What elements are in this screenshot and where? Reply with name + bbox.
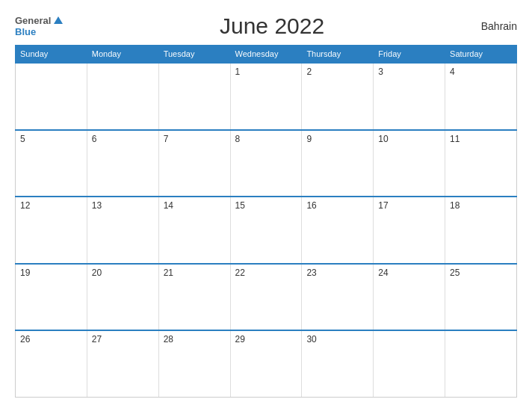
day-cell: 2 <box>302 63 374 130</box>
day-cell: 8 <box>230 130 302 197</box>
day-cell <box>87 63 158 130</box>
day-cell: 17 <box>374 197 445 264</box>
day-cell: 25 <box>445 264 517 331</box>
calendar-title: June 2022 <box>220 13 324 39</box>
logo-general-text: General <box>15 15 51 26</box>
day-cell: 18 <box>445 197 517 264</box>
logo-triangle-icon <box>54 16 63 24</box>
header-tuesday: Tuesday <box>158 46 230 64</box>
header-sunday: Sunday <box>16 46 87 64</box>
day-cell: 30 <box>302 330 374 398</box>
table-row: 12 13 14 15 16 17 18 <box>16 197 517 264</box>
calendar-header: General Blue June 2022 Bahrain <box>15 13 517 39</box>
day-cell: 4 <box>445 63 517 130</box>
day-cell: 21 <box>158 264 230 331</box>
table-row: 5 6 7 8 9 10 11 <box>16 130 517 197</box>
day-cell: 3 <box>374 63 445 130</box>
day-cell: 12 <box>16 197 87 264</box>
table-row: 1 2 3 4 <box>16 63 517 130</box>
day-cell: 10 <box>374 130 445 197</box>
day-cell: 15 <box>230 197 302 264</box>
header-saturday: Saturday <box>445 46 517 64</box>
header-wednesday: Wednesday <box>230 46 302 64</box>
header-thursday: Thursday <box>302 46 374 64</box>
day-cell: 29 <box>230 330 302 398</box>
day-cell <box>374 330 445 398</box>
day-cell <box>16 63 87 130</box>
header-friday: Friday <box>374 46 445 64</box>
day-cell: 19 <box>16 264 87 331</box>
day-cell: 14 <box>158 197 230 264</box>
day-cell: 1 <box>230 63 302 130</box>
calendar-table: Sunday Monday Tuesday Wednesday Thursday… <box>15 45 517 398</box>
day-cell: 9 <box>302 130 374 197</box>
day-cell: 20 <box>87 264 158 331</box>
day-cell <box>445 330 517 398</box>
table-row: 26 27 28 29 30 <box>16 330 517 398</box>
day-cell <box>158 63 230 130</box>
logo-blue-text: Blue <box>15 26 36 37</box>
day-cell: 5 <box>16 130 87 197</box>
day-cell: 26 <box>16 330 87 398</box>
day-cell: 16 <box>302 197 374 264</box>
header-monday: Monday <box>87 46 158 64</box>
day-cell: 6 <box>87 130 158 197</box>
day-cell: 7 <box>158 130 230 197</box>
day-cell: 13 <box>87 197 158 264</box>
day-cell: 28 <box>158 330 230 398</box>
logo-general: General <box>15 15 63 26</box>
weekday-header-row: Sunday Monday Tuesday Wednesday Thursday… <box>16 46 517 64</box>
day-cell: 11 <box>445 130 517 197</box>
day-cell: 22 <box>230 264 302 331</box>
day-cell: 24 <box>374 264 445 331</box>
table-row: 19 20 21 22 23 24 25 <box>16 264 517 331</box>
logo-area: General Blue <box>15 15 63 37</box>
country-label: Bahrain <box>481 20 517 32</box>
day-cell: 27 <box>87 330 158 398</box>
day-cell: 23 <box>302 264 374 331</box>
